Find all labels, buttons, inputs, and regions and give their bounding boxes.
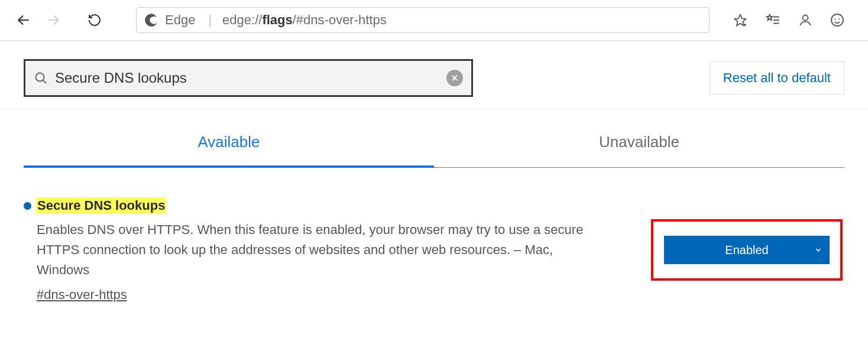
flag-entry: Secure DNS lookups Enables DNS over HTTP…: [0, 168, 868, 303]
tab-unavailable[interactable]: Unavailable: [434, 133, 844, 168]
address-separator: |: [208, 12, 212, 28]
forward-button: [41, 8, 65, 32]
favorites-list-icon[interactable]: [765, 12, 780, 28]
reset-all-button[interactable]: Reset all to default: [710, 61, 844, 95]
flag-state-selected: Enabled: [725, 243, 768, 257]
tab-available[interactable]: Available: [24, 133, 434, 168]
flags-search-input[interactable]: [55, 70, 446, 86]
search-icon: [34, 71, 48, 85]
modified-indicator-icon: [24, 202, 31, 210]
back-button[interactable]: [12, 8, 35, 32]
flags-search-box[interactable]: [24, 59, 473, 97]
address-bar[interactable]: Edge | edge://flags/#dns-over-https: [136, 7, 710, 33]
favorite-star-icon[interactable]: [733, 13, 747, 27]
svg-point-1: [831, 14, 843, 26]
svg-point-4: [36, 73, 44, 82]
url-text: edge://flags/#dns-over-https: [222, 12, 387, 28]
svg-point-3: [839, 18, 840, 20]
site-identity-label: Edge: [165, 12, 195, 28]
annotation-highlight-box: Enabled: [651, 219, 843, 281]
flags-tabs: Available Unavailable: [24, 133, 844, 168]
browser-toolbar: Edge | edge://flags/#dns-over-https: [0, 0, 868, 41]
refresh-button[interactable]: [83, 8, 106, 32]
flag-description: Enables DNS over HTTPS. When this featur…: [37, 220, 592, 280]
chevron-down-icon: [814, 246, 822, 254]
toolbar-actions: [721, 12, 856, 28]
svg-point-2: [835, 18, 836, 20]
feedback-smiley-icon[interactable]: [830, 13, 844, 27]
edge-logo-icon: [144, 12, 159, 28]
flags-search-row: Reset all to default: [0, 41, 868, 109]
flag-state-dropdown[interactable]: Enabled: [664, 236, 830, 264]
flag-title: Secure DNS lookups: [36, 197, 166, 214]
flag-hash-link[interactable]: #dns-over-https: [37, 287, 127, 303]
svg-point-0: [803, 15, 808, 21]
clear-search-button[interactable]: [446, 70, 463, 86]
profile-icon[interactable]: [798, 13, 812, 27]
